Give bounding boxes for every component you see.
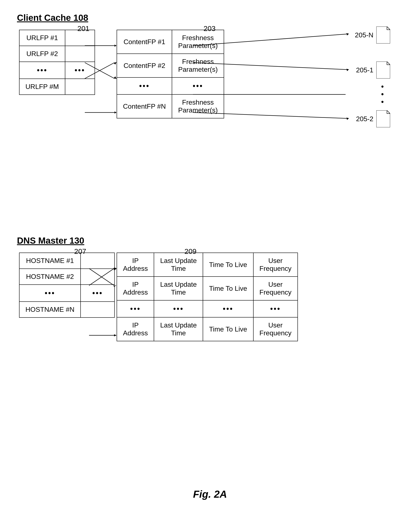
cell-freshn: FreshnessParameter(s)	[172, 94, 224, 118]
doc-2052: 205-2	[356, 110, 390, 127]
cell-hempty2	[81, 269, 114, 285]
cell-cfpn: ContentFP #N	[117, 94, 172, 118]
label-205n: 205-N	[355, 31, 373, 39]
cell-hostn: HOSTNAME #N	[19, 301, 81, 317]
doc-205n: 205-N	[355, 27, 390, 44]
cell-ddots1: •••	[117, 300, 154, 317]
svg-marker-16	[346, 118, 349, 120]
svg-marker-6	[114, 111, 117, 114]
cell-lut2: Last UpdateTime	[154, 277, 203, 300]
client-cache-title: Client Cache 108	[17, 13, 88, 23]
cell-ttl1: Time To Live	[203, 253, 253, 277]
cache-table: URLFP #1 URLFP #2 ••• ••• URLFP #M	[19, 30, 95, 95]
cell-empty1	[65, 30, 95, 46]
dns-right-table: IPAddress Last UpdateTime Time To Live U…	[117, 253, 298, 341]
label-2052: 205-2	[356, 115, 373, 123]
cell-ip2: IPAddress	[117, 277, 154, 300]
svg-marker-20	[114, 267, 117, 270]
table-row: IPAddress Last UpdateTime Time To Live U…	[117, 277, 298, 300]
doc-icon-2052	[376, 110, 390, 127]
table-row: HOSTNAME #N	[19, 301, 114, 317]
cell-host1: HOSTNAME #1	[19, 253, 81, 269]
table-row: ContentFP #1 FreshnessParameter(s)	[117, 30, 224, 54]
table-row: ••• •••	[19, 285, 114, 301]
cell-lut1: Last UpdateTime	[154, 253, 203, 277]
cell-ddots3: •••	[203, 300, 253, 317]
cell-uf1: UserFrequency	[253, 253, 298, 277]
svg-marker-22	[114, 334, 117, 336]
table-row: URLFP #2	[19, 46, 95, 62]
cell-dots3: •••	[117, 77, 172, 94]
doc-2051: 205-1	[356, 62, 390, 78]
diagram-container: Client Cache 108 201 203 URLFP #1 URLFP …	[13, 13, 407, 204]
cell-ttln: Time To Live	[203, 317, 253, 341]
cell-urlfp2: URLFP #2	[19, 46, 65, 62]
cell-hempty3	[81, 301, 114, 317]
cell-dots1: •••	[19, 62, 65, 79]
cell-hdots2: •••	[81, 285, 114, 301]
svg-marker-10	[114, 62, 117, 64]
cell-hempty1	[81, 253, 114, 269]
cell-ip1: IPAddress	[117, 253, 154, 277]
cell-empty2	[65, 46, 95, 62]
table-row: ••• •••	[19, 62, 95, 79]
cell-cfp1: ContentFP #1	[117, 30, 172, 54]
table-row: IPAddress Last UpdateTime Time To Live U…	[117, 253, 298, 277]
bottom-diagram: DNS Master 130 207 209 HOSTNAME #1 HOSTN…	[13, 236, 407, 367]
table-row: HOSTNAME #2	[19, 269, 114, 285]
cell-hdots1: •••	[19, 285, 81, 301]
cell-ddots4: •••	[253, 300, 298, 317]
table-row: ••• •••	[117, 77, 224, 94]
table-row: IPAddress Last UpdateTime Time To Live U…	[117, 317, 298, 341]
doc-icon-205n	[376, 27, 390, 44]
dns-master-title: DNS Master 130	[17, 236, 84, 246]
cell-ipn: IPAddress	[117, 317, 154, 341]
svg-marker-0	[376, 27, 390, 44]
svg-marker-4	[114, 45, 117, 47]
cell-ttl2: Time To Live	[203, 277, 253, 300]
cell-host2: HOSTNAME #2	[19, 269, 81, 285]
doc-icon-2051	[376, 62, 390, 78]
cell-dots4: •••	[172, 77, 224, 94]
table-row: URLFP #M	[19, 79, 95, 95]
top-diagram: Client Cache 108 201 203 URLFP #1 URLFP …	[13, 13, 407, 144]
cell-urlfp1: URLFP #1	[19, 30, 65, 46]
svg-marker-8	[114, 77, 117, 79]
figure-caption: Fig. 2A	[193, 488, 227, 500]
cell-empty3	[65, 79, 95, 95]
cell-urlfpm: URLFP #M	[19, 79, 65, 95]
svg-marker-2	[376, 110, 390, 127]
table-row: ContentFP #2 FreshnessParameter(s)	[117, 54, 224, 77]
cell-cfp2: ContentFP #2	[117, 54, 172, 77]
table-row: URLFP #1	[19, 30, 95, 46]
cell-dots2: •••	[65, 62, 95, 79]
label-2051: 205-1	[356, 66, 373, 74]
svg-marker-14	[346, 69, 349, 71]
middle-table: ContentFP #1 FreshnessParameter(s) Conte…	[117, 30, 224, 118]
cell-ufn: UserFrequency	[253, 317, 298, 341]
cell-ddots2: •••	[154, 300, 203, 317]
cell-lutn: Last UpdateTime	[154, 317, 203, 341]
svg-marker-12	[346, 33, 349, 35]
cell-uf2: UserFrequency	[253, 277, 298, 300]
doc-bullets: •••	[381, 83, 384, 106]
svg-marker-1	[376, 62, 390, 78]
table-row: ContentFP #N FreshnessParameter(s)	[117, 94, 224, 118]
cell-fresh1: FreshnessParameter(s)	[172, 30, 224, 54]
dns-table: HOSTNAME #1 HOSTNAME #2 ••• ••• HOSTNAME…	[19, 253, 115, 318]
table-row: HOSTNAME #1	[19, 253, 114, 269]
cell-fresh2: FreshnessParameter(s)	[172, 54, 224, 77]
table-row: ••• ••• ••• •••	[117, 300, 298, 317]
